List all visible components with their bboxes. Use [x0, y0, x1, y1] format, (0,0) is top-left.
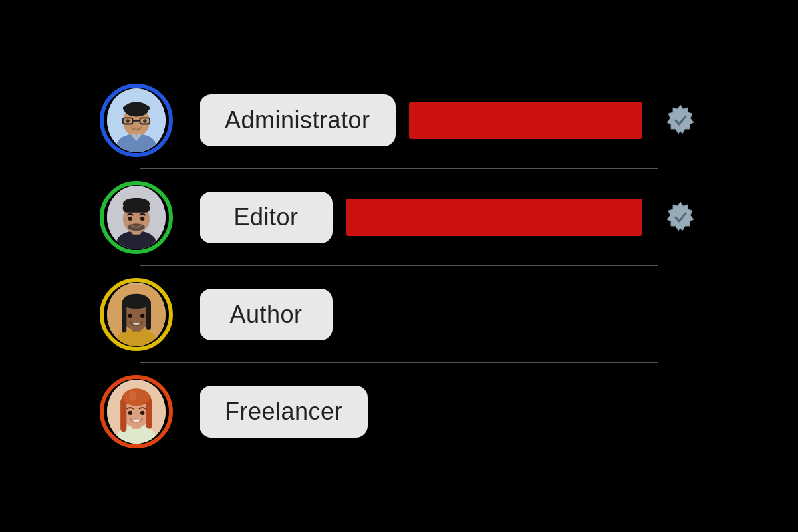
label-freelancer: Freelancer	[200, 386, 368, 438]
svg-rect-17	[123, 204, 150, 213]
row-editor[interactable]: Editor	[100, 169, 698, 266]
svg-point-38	[123, 388, 150, 406]
red-bar-editor	[346, 199, 642, 236]
avatar-author	[100, 278, 173, 351]
row-freelancer[interactable]: Freelancer	[100, 363, 698, 460]
svg-point-30	[140, 314, 144, 318]
label-author: Author	[200, 289, 332, 340]
svg-point-19	[128, 217, 132, 221]
svg-rect-36	[120, 398, 126, 432]
svg-point-41	[140, 411, 144, 415]
avatar-freelancer	[100, 375, 173, 448]
svg-point-40	[128, 411, 132, 415]
label-administrator: Administrator	[200, 94, 396, 146]
roles-list: Administrator	[100, 72, 698, 460]
badge-editor	[662, 200, 698, 235]
red-bar-administrator	[409, 102, 642, 139]
svg-rect-26	[122, 303, 126, 333]
svg-point-8	[143, 119, 147, 123]
svg-point-28	[123, 294, 150, 309]
svg-point-7	[126, 119, 130, 123]
row-author[interactable]: Author	[100, 266, 698, 363]
avatar-editor	[100, 181, 173, 254]
svg-point-39	[129, 391, 136, 401]
svg-rect-37	[146, 398, 152, 429]
svg-point-20	[140, 217, 144, 221]
row-administrator[interactable]: Administrator	[100, 72, 698, 169]
avatar-administrator	[100, 84, 173, 157]
svg-point-10	[124, 102, 149, 117]
label-editor: Editor	[200, 192, 332, 243]
svg-point-29	[128, 314, 132, 318]
badge-administrator	[662, 102, 698, 138]
svg-rect-27	[146, 303, 151, 330]
